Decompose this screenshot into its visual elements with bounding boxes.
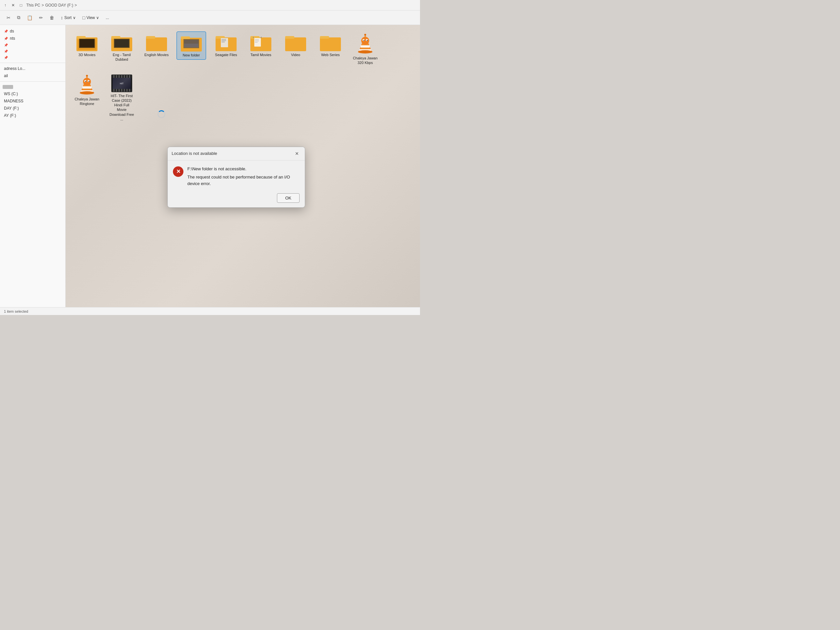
view-button[interactable]: □ View ∨ [80, 14, 102, 22]
drive-label[interactable]: GOOD DAY (F:) [45, 3, 74, 8]
sidebar-item-pin3[interactable]: 📌 [0, 54, 65, 61]
folder-tamil-movies[interactable]: Tamil Movies [246, 32, 276, 59]
breadcrumb: This PC > GOOD DAY (F:) > [26, 3, 77, 8]
window-icon: □ [18, 3, 24, 8]
sidebar: 📌 ds 📌 nts 📌 📌 📌 adness Lo... ail WS (C:… [0, 25, 66, 315]
dialog-error-icon: ✕ [173, 166, 183, 177]
sidebar-day-label: DAY (F:) [4, 106, 19, 111]
folder-web-series-label: Web Series [321, 52, 340, 57]
sidebar-item-ail[interactable]: ail [0, 72, 65, 79]
pin-icon-3: 📌 [4, 56, 8, 59]
folder-new-label: New folder [183, 53, 200, 57]
sidebar-ay-label: AY (F:) [4, 113, 16, 118]
svg-rect-15 [184, 44, 199, 47]
more-button[interactable]: ... [103, 14, 112, 21]
sidebar-item-madness[interactable]: MADNESS [0, 98, 65, 105]
up-button[interactable]: ↑ [3, 3, 8, 8]
sidebar-item-nts[interactable]: 📌 nts [0, 35, 65, 42]
sidebar-item-day[interactable]: DAY (F:) [0, 105, 65, 112]
svg-rect-27 [255, 39, 259, 40]
dialog-footer: OK [168, 191, 305, 207]
status-bar: 1 item selected [0, 307, 420, 315]
folder-english-movies[interactable]: English Movies [142, 32, 171, 59]
svg-rect-8 [115, 39, 129, 47]
svg-rect-10 [146, 36, 155, 39]
dialog-titlebar: Location is not available ✕ [168, 147, 305, 161]
toolbar: ✂ ⧉ 📋 ✏ 🗑 ↕ Sort ∨ □ View ∨ ... [0, 11, 420, 25]
folder-tamil-movies-icon [250, 33, 272, 51]
svg-rect-6 [111, 36, 120, 39]
svg-point-49 [86, 75, 88, 77]
sort-button[interactable]: ↕ Sort ∨ [58, 14, 79, 22]
folder-grid: 3D Movies Eng - Tamil Dubbed English M [72, 32, 414, 123]
folder-3d-movies[interactable]: 3D Movies [72, 32, 102, 59]
folder-english-movies-label: English Movies [144, 52, 169, 57]
folder-eng-tamil-label: Eng - Tamil Dubbed [109, 52, 134, 62]
folder-chaleya-320-label: Chaleya Jawan 320 Kbps [352, 56, 378, 65]
sidebar-item-ay[interactable]: AY (F:) [0, 112, 65, 119]
dialog-ok-button[interactable]: OK [277, 193, 300, 203]
dialog-close-button[interactable]: ✕ [293, 150, 301, 158]
sidebar-item-pin1[interactable]: 📌 [0, 42, 65, 48]
sidebar-item-pin2[interactable]: 📌 [0, 48, 65, 54]
sidebar-c-label: WS (C:) [4, 92, 18, 96]
pin-icon-ds: 📌 [4, 30, 8, 33]
folder-3d-movies-label: 3D Movies [79, 52, 95, 57]
folder-eng-tamil[interactable]: Eng - Tamil Dubbed [107, 32, 136, 64]
folder-web-series[interactable]: Web Series [316, 32, 345, 59]
dialog-message: F:\New folder is not accessible. The req… [187, 166, 300, 187]
status-label: 1 item selected [4, 309, 28, 313]
folder-hit-movie[interactable]: HIT HIT- The First Case (2022) Hindi Ful… [107, 73, 136, 124]
view-label: View [86, 16, 95, 20]
sidebar-item-ds-label: ds [10, 29, 14, 33]
this-pc-label[interactable]: This PC [26, 3, 40, 8]
pin-icon-nts: 📌 [4, 37, 8, 40]
separator-2: > [74, 3, 77, 8]
svg-rect-32 [320, 38, 341, 51]
copy-icon: ⧉ [17, 15, 21, 21]
more-label: ... [106, 16, 109, 20]
svg-rect-19 [221, 39, 226, 40]
loading-spinner [158, 110, 165, 118]
sidebar-divider-1 [0, 63, 65, 63]
svg-rect-31 [285, 36, 294, 39]
delete-icon: 🗑 [49, 15, 54, 21]
folder-seagate-icon [216, 33, 237, 51]
folder-chaleya-320[interactable]: Chaleya Jawan 320 Kbps [351, 32, 380, 67]
svg-point-50 [80, 91, 94, 95]
svg-rect-1 [76, 36, 86, 39]
svg-rect-25 [253, 37, 254, 38]
svg-point-39 [358, 50, 373, 54]
sidebar-divider-2 [0, 81, 65, 82]
svg-rect-30 [285, 38, 306, 51]
sidebar-item-c[interactable]: WS (C:) [0, 90, 65, 98]
copy-button[interactable]: ⧉ [14, 13, 23, 22]
cut-button[interactable]: ✂ [4, 14, 13, 22]
dialog-main-message: F:\New folder is not accessible. [187, 166, 300, 172]
rename-button[interactable]: ✏ [36, 14, 46, 22]
svg-rect-9 [146, 38, 167, 51]
svg-rect-36 [361, 45, 370, 47]
sidebar-madness-label: MADNESS [4, 99, 23, 103]
paste-button[interactable]: 📋 [24, 14, 35, 22]
folder-new[interactable]: New folder [177, 32, 206, 60]
sidebar-ail-label: ail [4, 74, 8, 78]
delete-button[interactable]: 🗑 [47, 14, 57, 22]
folder-seagate[interactable]: Seagate Files [211, 32, 241, 59]
sidebar-item-ds[interactable]: 📌 ds [0, 28, 65, 35]
folder-web-series-icon [320, 33, 341, 51]
paste-icon: 📋 [27, 15, 33, 21]
sort-chevron-icon: ∨ [73, 16, 76, 20]
view-icon: □ [82, 15, 85, 21]
svg-rect-4 [80, 39, 94, 47]
pin-icon-1: 📌 [4, 43, 8, 47]
dialog-sub-message: The request could not be performed becau… [187, 174, 300, 187]
close-button[interactable]: ✕ [11, 3, 16, 8]
folder-chaleya-ringtone[interactable]: Chaleya Jawan Ringtone [72, 73, 102, 108]
sidebar-item-sadness[interactable]: adness Lo... [0, 65, 65, 72]
folder-english-movies-icon [146, 33, 167, 51]
vlc-chaleya-320-icon [355, 33, 376, 54]
folder-video[interactable]: Video [281, 32, 310, 59]
svg-rect-26 [261, 37, 262, 38]
folder-chaleya-ringtone-label: Chaleya Jawan Ringtone [74, 97, 100, 106]
